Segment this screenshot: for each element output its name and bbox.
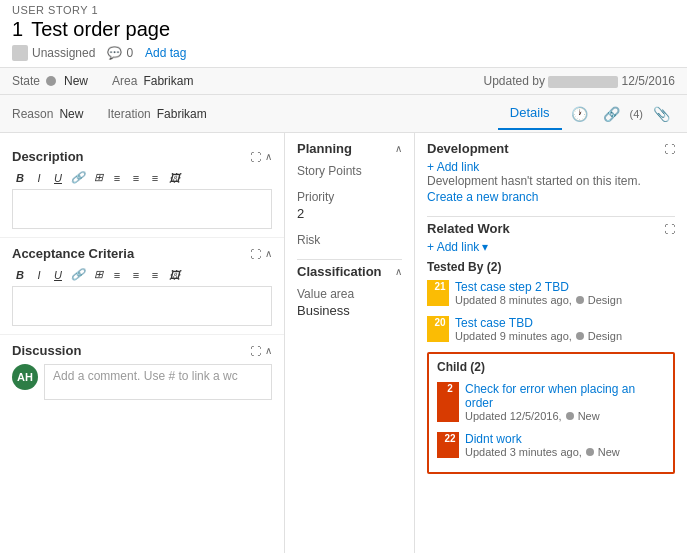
description-title: Description — [12, 149, 84, 164]
related-work-expand-button[interactable]: ⛶ — [664, 223, 675, 235]
wi-meta: Updated 9 minutes ago, Design — [455, 330, 675, 342]
wi-meta: Updated 3 minutes ago, New — [465, 446, 665, 458]
description-expand-button[interactable]: ⛶ — [250, 151, 261, 163]
planning-panel: Planning ∧ Story Points Priority 2 Risk … — [285, 133, 415, 553]
value-area-field: Value area Business — [297, 287, 402, 318]
tab-details[interactable]: Details — [498, 97, 562, 130]
ac-bold-button[interactable]: B — [12, 267, 28, 282]
acceptance-editor[interactable] — [12, 286, 272, 326]
wi-badge: 22 — [437, 432, 459, 458]
comment-icon: 💬 — [107, 46, 122, 60]
wi-info: Test case step 2 TBD Updated 8 minutes a… — [455, 280, 675, 306]
state-value[interactable]: New — [64, 74, 88, 88]
wi-updated: Updated 8 minutes ago, — [455, 294, 572, 306]
description-editor[interactable] — [12, 189, 272, 229]
fields-row-2: Reason New Iteration Fabrikam Details 🕐 … — [0, 95, 687, 133]
tabs-container: Details 🕐 🔗 (4) 📎 — [498, 97, 675, 130]
story-points-label: Story Points — [297, 164, 402, 178]
tested-by-label: Tested By (2) — [427, 260, 675, 274]
wi-info: Check for error when placing an order Up… — [465, 382, 665, 422]
description-controls: ⛶ ∧ — [250, 151, 272, 163]
wi-number-badge-red-2: 22 — [441, 432, 459, 458]
description-toolbar: B I U 🔗 ⊞ ≡ ≡ ≡ 🖼 — [12, 170, 272, 185]
ac-italic-button[interactable]: I — [31, 267, 47, 282]
ac-indent-button[interactable]: ≡ — [128, 267, 144, 282]
value-area-value[interactable]: Business — [297, 303, 402, 318]
wi-status: New — [578, 410, 600, 422]
wi-title[interactable]: Test case TBD — [455, 316, 675, 330]
planning-separator — [297, 259, 402, 260]
wi-status: Design — [588, 330, 622, 342]
wi-info: Didnt work Updated 3 minutes ago, New — [465, 432, 665, 458]
left-panel: Description ⛶ ∧ B I U 🔗 ⊞ ≡ ≡ ≡ 🖼 — [0, 133, 285, 553]
state-dot — [46, 76, 56, 86]
assigned-icon — [12, 45, 28, 61]
add-tag-button[interactable]: Add tag — [145, 46, 186, 60]
comment-count: 💬 0 — [107, 46, 133, 60]
wi-updated: Updated 9 minutes ago, — [455, 330, 572, 342]
work-item-type-label: USER STORY 1 — [12, 4, 675, 16]
development-title: Development — [427, 141, 509, 156]
priority-value[interactable]: 2 — [297, 206, 402, 221]
development-header: Development ⛶ — [427, 141, 675, 156]
dropdown-icon: ▾ — [482, 240, 488, 254]
indent-button[interactable]: ≡ — [128, 170, 144, 185]
development-expand-button[interactable]: ⛶ — [664, 143, 675, 155]
list-button[interactable]: ≡ — [109, 170, 125, 185]
link-button[interactable]: 🔗 — [69, 170, 87, 185]
attachments-icon[interactable]: 📎 — [647, 100, 675, 128]
acceptance-header: Acceptance Criteria ⛶ ∧ — [12, 246, 272, 261]
list-item: 2 Check for error when placing an order … — [437, 380, 665, 424]
reason-label: Reason — [12, 107, 53, 121]
wi-title[interactable]: Check for error when placing an order — [465, 382, 665, 410]
reason-value[interactable]: New — [59, 107, 83, 121]
italic-button[interactable]: I — [31, 170, 47, 185]
wi-meta: Updated 12/5/2016, New — [465, 410, 665, 422]
area-label: Area — [112, 74, 137, 88]
ac-list-button[interactable]: ≡ — [109, 267, 125, 282]
wi-title[interactable]: Didnt work — [465, 432, 665, 446]
risk-field: Risk — [297, 233, 402, 247]
links-icon[interactable]: 🔗 — [598, 100, 626, 128]
reason-field: Reason New — [12, 107, 83, 121]
ac-underline-button[interactable]: U — [50, 267, 66, 282]
list-item: 21 Test case step 2 TBD Updated 8 minute… — [427, 278, 675, 308]
state-field: State New — [12, 74, 88, 88]
acceptance-expand-button[interactable]: ⛶ — [250, 248, 261, 260]
area-field: Area Fabrikam — [112, 74, 193, 88]
discussion-collapse-button[interactable]: ∧ — [265, 345, 272, 356]
image-button[interactable]: 🖼 — [166, 170, 182, 185]
classification-title: Classification ∧ — [297, 264, 402, 279]
acceptance-collapse-button[interactable]: ∧ — [265, 248, 272, 259]
list-item: 22 Didnt work Updated 3 minutes ago, New — [437, 430, 665, 460]
classification-collapse-button[interactable]: ∧ — [395, 266, 402, 277]
item-number: 1 — [12, 18, 23, 41]
assigned-to[interactable]: Unassigned — [12, 45, 95, 61]
description-collapse-button[interactable]: ∧ — [265, 151, 272, 162]
create-branch-link[interactable]: Create a new branch — [427, 190, 675, 204]
planning-collapse-button[interactable]: ∧ — [395, 143, 402, 154]
priority-field: Priority 2 — [297, 190, 402, 221]
ac-outdent-button[interactable]: ≡ — [147, 267, 163, 282]
state-label: State — [12, 74, 40, 88]
related-work-title: Related Work — [427, 221, 510, 236]
underline-button[interactable]: U — [50, 170, 66, 185]
wi-title[interactable]: Test case step 2 TBD — [455, 280, 675, 294]
related-work-add-link-button[interactable]: + Add link ▾ — [427, 240, 675, 254]
ac-code-button[interactable]: ⊞ — [90, 267, 106, 282]
comment-number: 0 — [126, 46, 133, 60]
code-button[interactable]: ⊞ — [90, 170, 106, 185]
history-icon[interactable]: 🕐 — [566, 100, 594, 128]
ac-image-button[interactable]: 🖼 — [166, 267, 182, 282]
area-value[interactable]: Fabrikam — [143, 74, 193, 88]
development-add-link-button[interactable]: + Add link — [427, 160, 675, 174]
iteration-value[interactable]: Fabrikam — [157, 107, 207, 121]
discussion-expand-button[interactable]: ⛶ — [250, 345, 261, 357]
comment-textbox[interactable]: Add a comment. Use # to link a wc — [44, 364, 272, 400]
acceptance-title: Acceptance Criteria — [12, 246, 134, 261]
ac-link-button[interactable]: 🔗 — [69, 267, 87, 282]
outdent-button[interactable]: ≡ — [147, 170, 163, 185]
development-message: Development hasn't started on this item. — [427, 174, 675, 188]
acceptance-toolbar: B I U 🔗 ⊞ ≡ ≡ ≡ 🖼 — [12, 267, 272, 282]
bold-button[interactable]: B — [12, 170, 28, 185]
